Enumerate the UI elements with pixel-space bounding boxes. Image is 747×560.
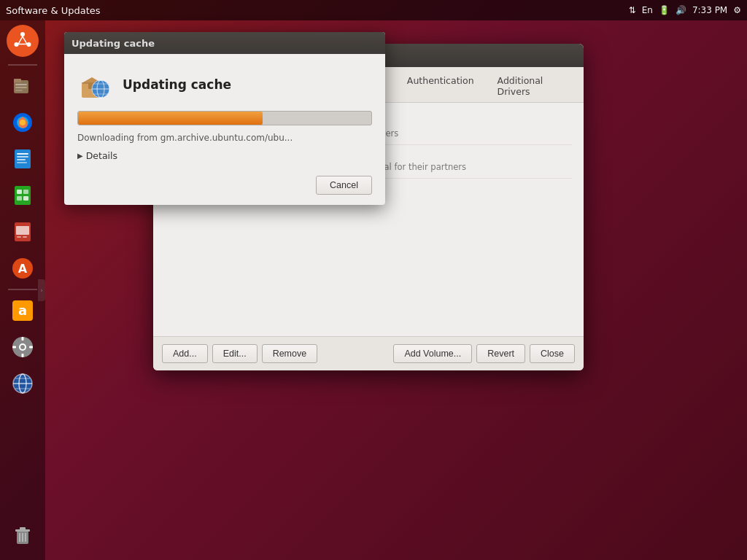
top-bar-right: ⇅ En 🔋 🔊 7:33 PM ⚙	[629, 5, 741, 15]
keyboard-icon: En	[642, 5, 653, 15]
dialog-footer: Cancel	[64, 171, 385, 205]
dialog-heading: Updating cache	[123, 77, 231, 92]
sidebar: A a ›	[0, 20, 45, 560]
svg-rect-7	[15, 87, 27, 88]
close-button[interactable]: Close	[530, 344, 575, 363]
details-arrow-icon: ▶	[77, 152, 83, 160]
clock: 7:33 PM	[692, 5, 727, 15]
software-center-icon: A	[10, 256, 35, 281]
svg-rect-15	[17, 159, 26, 160]
sidebar-item-web[interactable]	[5, 366, 40, 401]
progress-bar-container	[77, 109, 372, 125]
sidebar-item-settings[interactable]	[5, 330, 40, 365]
ubuntu-logo	[7, 25, 39, 57]
sidebar-expand-handle[interactable]: ›	[38, 279, 45, 301]
svg-rect-13	[17, 153, 28, 155]
footer-right-buttons: Add Volume... Revert Close	[393, 344, 575, 363]
svg-rect-24	[17, 236, 21, 238]
firefox-icon	[10, 110, 35, 135]
top-bar-left: Software & Updates	[6, 5, 101, 16]
svg-rect-6	[15, 84, 27, 85]
settings-icon	[10, 335, 35, 359]
files-icon	[11, 74, 34, 98]
add-button[interactable]: Add...	[162, 344, 208, 363]
top-bar: Software & Updates ⇅ En 🔋 🔊 7:33 PM ⚙	[0, 0, 747, 20]
window-footer: Add... Edit... Remove Add Volume... Reve…	[153, 336, 584, 370]
svg-point-32	[20, 345, 25, 349]
dialog-header-row: Updating cache	[77, 67, 372, 102]
ubuntu-logo-button[interactable]	[5, 23, 40, 58]
sidebar-item-firefox[interactable]	[5, 105, 40, 140]
svg-rect-5	[14, 79, 21, 82]
sidebar-item-software-center[interactable]: A	[5, 251, 40, 286]
details-label: Details	[86, 150, 117, 161]
dialog-content: Updating cache Downloading from gm.archi…	[64, 54, 385, 171]
calc-icon	[11, 184, 34, 207]
sidebar-divider-mid	[8, 289, 37, 290]
svg-rect-33	[22, 337, 24, 341]
svg-rect-20	[17, 196, 22, 201]
svg-point-11	[20, 120, 26, 125]
dialog-titlebar: Updating cache	[64, 32, 385, 54]
remove-button[interactable]: Remove	[262, 344, 318, 363]
package-globe-icon	[77, 67, 112, 102]
svg-rect-36	[29, 346, 33, 349]
sidebar-item-amazon[interactable]: a	[5, 293, 40, 328]
sidebar-item-writer[interactable]	[5, 141, 40, 176]
trash-icon	[11, 524, 34, 547]
footer-left-buttons: Add... Edit... Remove	[162, 344, 317, 363]
ubuntu-logo-svg	[12, 31, 33, 51]
sidebar-divider-top	[8, 64, 37, 66]
svg-rect-17	[15, 186, 31, 205]
svg-rect-45	[20, 527, 26, 530]
svg-text:a: a	[18, 303, 27, 318]
battery-icon: 🔋	[659, 5, 670, 15]
svg-rect-18	[17, 190, 22, 194]
tab-additional-drivers[interactable]: Additional Drivers	[487, 70, 582, 102]
sidebar-item-trash[interactable]	[5, 518, 40, 553]
writer-icon	[11, 147, 34, 171]
tab-authentication[interactable]: Authentication	[396, 70, 485, 102]
svg-rect-21	[23, 196, 28, 201]
svg-rect-34	[22, 354, 24, 357]
progress-status-text: Downloading from gm.archive.ubuntu.com/u…	[77, 133, 372, 143]
svg-rect-16	[17, 162, 27, 163]
package-icon	[77, 67, 112, 102]
progress-bar-background	[77, 111, 372, 125]
volume-icon: 🔊	[676, 5, 686, 15]
impress-icon	[11, 220, 34, 244]
sidebar-item-calc[interactable]	[5, 178, 40, 213]
system-menu-icon[interactable]: ⚙	[733, 5, 741, 15]
progress-bar-fill	[78, 112, 263, 125]
amazon-icon: a	[10, 298, 35, 323]
svg-rect-14	[17, 156, 28, 158]
svg-text:A: A	[18, 262, 28, 276]
revert-button[interactable]: Revert	[476, 344, 525, 363]
svg-rect-19	[23, 190, 28, 194]
svg-rect-25	[23, 236, 27, 238]
updating-cache-dialog: Updating cache	[64, 32, 385, 205]
svg-rect-23	[16, 226, 29, 235]
svg-rect-8	[15, 90, 23, 91]
details-row[interactable]: ▶ Details	[77, 150, 372, 161]
sidebar-bottom	[5, 518, 40, 553]
add-volume-button[interactable]: Add Volume...	[393, 344, 472, 363]
cancel-button[interactable]: Cancel	[316, 176, 372, 195]
dialog-title: Updating cache	[71, 38, 155, 49]
sidebar-item-impress[interactable]	[5, 214, 40, 249]
sidebar-item-files[interactable]	[5, 69, 40, 104]
network-icon: ⇅	[629, 5, 636, 15]
top-bar-title: Software & Updates	[6, 5, 101, 16]
edit-button[interactable]: Edit...	[212, 344, 258, 363]
svg-rect-35	[12, 346, 16, 349]
web-icon	[10, 371, 35, 396]
